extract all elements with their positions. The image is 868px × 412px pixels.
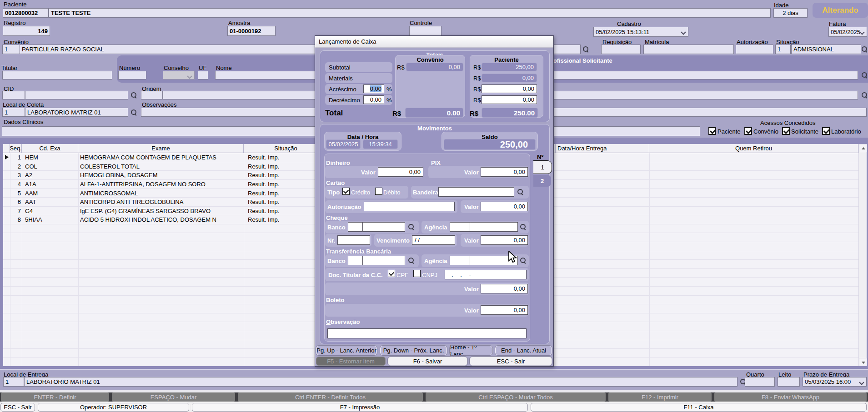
paciente-id-field[interactable]: 0012800032 — [3, 8, 49, 18]
convenio-search-icon[interactable] — [582, 46, 589, 53]
bandeira-field[interactable] — [438, 187, 514, 197]
dialog-titlebar[interactable]: Lançamento de Caixa — [315, 36, 553, 48]
col-exame[interactable]: Exame — [78, 144, 244, 153]
uf-field[interactable] — [198, 71, 208, 79]
dinheiro-valor-field[interactable]: 0,00 — [378, 167, 423, 177]
cheque-banco-code-field[interactable] — [348, 222, 363, 232]
bottom-button[interactable]: ESC - Sair — [0, 403, 35, 412]
matricula-field[interactable] — [643, 45, 734, 54]
shortcut-button[interactable]: F12 - Imprimir — [608, 392, 712, 402]
requisicao-field[interactable] — [601, 45, 641, 54]
col-cdexa[interactable]: Cd. Exa — [22, 144, 78, 153]
nav-button[interactable]: Pg. Down - Próx. Lanc. — [380, 346, 447, 355]
nav-button[interactable]: Home - 1º Lanc. — [450, 346, 492, 355]
situacao-search-icon[interactable] — [861, 46, 868, 53]
bandeira-search-icon[interactable] — [517, 189, 524, 195]
shortcut-button[interactable]: F8 - Enviar WhatsApp — [714, 392, 867, 402]
tb-agencia-search-icon[interactable] — [520, 257, 527, 264]
lancamento-caixa-dialog: Lançamento de Caixa Totais Convênio Paci… — [315, 35, 554, 367]
credito-checkbox[interactable] — [342, 188, 350, 195]
cid-nome-field[interactable] — [25, 91, 128, 99]
shortcut-button[interactable]: ESPAÇO - Mudar — [112, 392, 235, 402]
action-button[interactable]: F5 - Estornar Item — [316, 357, 386, 366]
action-button[interactable]: ESC - Sair — [470, 357, 552, 366]
nav-button[interactable]: Pg. Up - Lanc. Anterior — [316, 346, 377, 355]
cartao-autorizacao-field[interactable] — [364, 202, 455, 211]
conselho-combo[interactable] — [163, 71, 195, 79]
cid-search-icon[interactable] — [130, 92, 137, 99]
debito-checkbox[interactable] — [375, 188, 382, 195]
origem-search-icon[interactable] — [861, 92, 868, 99]
autorizacao-field[interactable] — [736, 45, 773, 54]
cheque-agencia-search-icon[interactable] — [520, 223, 527, 230]
nr-field[interactable] — [337, 235, 370, 245]
tb-banco-nome-field[interactable] — [362, 256, 405, 265]
tab-lancamento-2[interactable]: 2 — [533, 175, 551, 187]
observacao-field[interactable] — [327, 328, 527, 338]
cnpj-checkbox[interactable] — [413, 270, 421, 277]
col-seq[interactable]: Seq. — [10, 144, 22, 153]
prazo-combo[interactable]: 05/03/2025 16:00 — [803, 377, 867, 387]
boleto-valor-field[interactable]: 0,00 — [481, 305, 528, 315]
controle-field[interactable] — [409, 26, 442, 36]
scroll-down-icon[interactable] — [859, 358, 867, 366]
nav-button[interactable]: End - Lanc. Atual — [495, 346, 552, 355]
shortcut-button[interactable]: Ctrl ESPAÇO - Mudar Todos — [426, 392, 606, 402]
acesso-checkbox-laboratório[interactable] — [822, 127, 830, 135]
acrescimo-field[interactable]: 0,00 — [363, 84, 384, 93]
cell-seq: 6 — [10, 198, 21, 207]
bottom-button[interactable]: F7 - Impressão — [192, 403, 528, 412]
tb-banco-search-icon[interactable] — [408, 257, 415, 264]
table-scrollbar[interactable] — [858, 144, 867, 366]
doc-field[interactable]: . . - — [445, 270, 527, 279]
fatura-combo[interactable]: 05/02/2025 — [828, 27, 867, 37]
cheque-agencia-nome-field[interactable] — [470, 222, 518, 232]
vencimento-field[interactable]: / / — [412, 235, 455, 245]
cpf-checkbox[interactable] — [388, 270, 395, 277]
leito-field[interactable] — [778, 377, 800, 387]
action-button[interactable]: F6 - Salvar — [388, 357, 467, 366]
situacao-code-field[interactable]: 1 — [775, 45, 791, 54]
numero-field[interactable] — [118, 71, 146, 79]
origem-code-field[interactable] — [141, 91, 163, 99]
cheque-valor-field[interactable]: 0,00 — [481, 235, 528, 245]
cheque-banco-search-icon[interactable] — [408, 223, 415, 230]
shortcut-button[interactable]: Ctrl ENTER - Definir Todos — [238, 392, 423, 402]
cid-code-field[interactable] — [2, 91, 25, 99]
acesso-checkbox-convênio[interactable] — [744, 127, 752, 135]
local-entrega-nome-field[interactable]: LABORATORIO MATRIZ 01 — [24, 377, 738, 387]
titular-field[interactable] — [2, 71, 112, 79]
local-entrega-code-field[interactable]: 1 — [3, 377, 24, 387]
numero-label: Número — [119, 65, 140, 71]
registro-field[interactable]: 149 — [3, 26, 50, 36]
cheque-banco-nome-field[interactable] — [362, 222, 405, 232]
decrescimo-field[interactable]: 0,00 — [363, 95, 384, 104]
tb-banco-code-field[interactable] — [348, 256, 363, 265]
pix-valor-field[interactable]: 0,00 — [481, 167, 528, 177]
tab-lancamento-1[interactable]: 1 — [533, 160, 552, 174]
tb-valor-field[interactable]: 0,00 — [481, 284, 528, 293]
scroll-up-icon[interactable] — [859, 144, 867, 152]
cadastro-combo[interactable]: 05/02/2025 15:13:11 — [593, 27, 688, 37]
local-coleta-code-field[interactable]: 1 — [2, 108, 25, 117]
acesso-checkbox-paciente[interactable] — [708, 127, 716, 135]
col-entrega[interactable]: Data/Hora Entrega — [556, 144, 649, 153]
bottom-button[interactable]: Operador: SUPERVISOR — [38, 403, 189, 412]
local-coleta-search-icon[interactable] — [130, 109, 137, 116]
col-retirou[interactable]: Quem Retirou — [649, 144, 858, 153]
amostra-field[interactable]: 01-0000192 — [227, 26, 276, 36]
acesso-checkbox-solicitante[interactable] — [782, 127, 790, 135]
paciente-nome-field[interactable]: TESTE TESTE — [49, 8, 771, 18]
bottom-button[interactable]: F11 - Caixa — [531, 403, 867, 412]
cartao-valor-field[interactable]: 0,00 — [481, 202, 528, 211]
shortcut-button[interactable]: ENTER - Definir — [1, 392, 109, 402]
local-coleta-nome-field[interactable]: LABORATORIO MATRIZ 01 — [25, 108, 128, 117]
quarto-field[interactable] — [745, 377, 775, 387]
situacao-nome-field[interactable]: ADMISSIONAL — [791, 45, 861, 54]
tb-agencia-code-field[interactable] — [450, 256, 470, 265]
acrescimo-paciente-field[interactable]: 0,00 — [482, 84, 537, 93]
cheque-agencia-code-field[interactable] — [450, 222, 470, 232]
decrescimo-paciente-field[interactable]: 0,00 — [482, 95, 537, 104]
convenio-code-field[interactable]: 1 — [2, 45, 20, 54]
nome-search-icon[interactable] — [861, 72, 868, 79]
